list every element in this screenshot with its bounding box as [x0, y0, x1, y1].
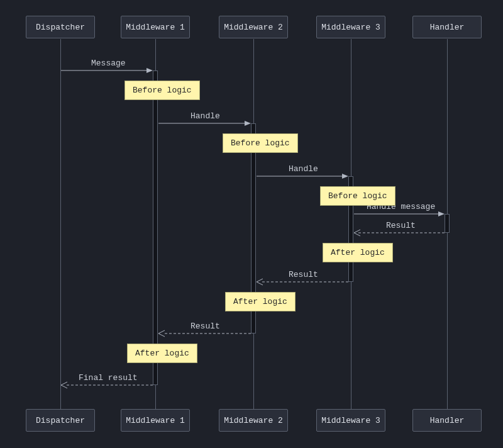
actor-label: Handler	[430, 416, 465, 425]
actor-label: Middleware 3	[321, 23, 380, 32]
activation-mw1	[153, 70, 158, 385]
svg-marker-3	[245, 121, 251, 126]
actor-mw2-top: Middleware 2	[219, 16, 288, 38]
actor-label: Handler	[430, 23, 465, 32]
actor-mw2-bottom: Middleware 2	[219, 409, 288, 432]
actor-handler-bottom: Handler	[412, 409, 482, 432]
msg-handler-mw3: Result	[386, 221, 416, 230]
msg-mw3-mw2: Result	[289, 270, 318, 279]
activation-handler	[445, 214, 450, 233]
note-mw1-after: After logic	[127, 344, 197, 363]
note-mw2-before: Before logic	[223, 133, 298, 153]
actor-dispatcher-top: Dispatcher	[26, 16, 95, 38]
msg-mw1-mw2: Handle	[191, 111, 220, 121]
actor-handler-top: Handler	[412, 16, 482, 38]
actor-label: Middleware 2	[224, 23, 283, 32]
actor-label: Dispatcher	[36, 23, 85, 32]
svg-marker-7	[438, 211, 445, 216]
actor-label: Dispatcher	[36, 416, 85, 425]
msg-mw1-dispatch: Final result	[79, 373, 138, 383]
msg-mw2-mw3: Handle	[289, 164, 318, 174]
svg-marker-1	[146, 68, 153, 73]
actor-dispatcher-bottom: Dispatcher	[26, 409, 95, 432]
lifeline-dispatcher	[60, 39, 61, 409]
note-mw3-after: After logic	[323, 243, 393, 262]
msg-mw2-mw1: Result	[191, 322, 220, 331]
actor-label: Middleware 2	[224, 416, 283, 425]
msg-dispatch-mw1: Message	[91, 59, 126, 68]
actor-mw3-bottom: Middleware 3	[316, 409, 385, 432]
svg-marker-5	[342, 174, 348, 179]
actor-label: Middleware 1	[126, 23, 185, 32]
actor-label: Middleware 3	[321, 416, 380, 425]
note-mw1-before: Before logic	[124, 81, 200, 100]
actor-label: Middleware 1	[126, 416, 185, 425]
actor-mw1-top: Middleware 1	[121, 16, 190, 38]
actor-mw1-bottom: Middleware 1	[121, 409, 190, 432]
note-mw3-before: Before logic	[320, 186, 395, 206]
sequence-diagram: Dispatcher Middleware 1 Middleware 2 Mid…	[0, 0, 503, 448]
note-mw2-after: After logic	[225, 292, 296, 311]
actor-mw3-top: Middleware 3	[316, 16, 385, 38]
